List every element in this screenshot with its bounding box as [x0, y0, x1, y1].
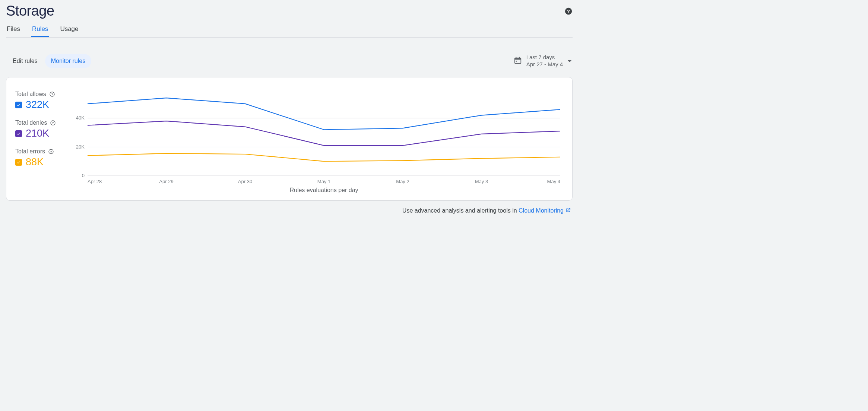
date-range-label: Last 7 days: [526, 54, 563, 61]
svg-text:?: ?: [51, 93, 53, 96]
svg-text:Apr 30: Apr 30: [238, 179, 252, 184]
svg-text:?: ?: [567, 8, 570, 14]
svg-rect-5: [519, 57, 520, 59]
legend-denies-label: Total denies: [15, 120, 47, 126]
legend-allows-label: Total allows: [15, 91, 46, 98]
help-icon[interactable]: ?: [50, 120, 56, 126]
subtab-edit-rules[interactable]: Edit rules: [7, 54, 44, 68]
legend-denies: Total denies ? 210K: [15, 120, 64, 139]
legend-errors-value: 88K: [26, 156, 44, 168]
svg-text:Apr 28: Apr 28: [88, 179, 102, 184]
help-icon[interactable]: ?: [48, 149, 54, 154]
svg-text:20K: 20K: [76, 144, 85, 150]
external-link-icon: [565, 207, 571, 215]
svg-text:Apr 29: Apr 29: [159, 179, 173, 184]
date-range-picker[interactable]: Last 7 days Apr 27 - May 4: [514, 54, 572, 68]
chart-card: Total allows ? 322K Total denies ?: [6, 77, 573, 201]
tab-rules[interactable]: Rules: [31, 22, 49, 37]
help-icon[interactable]: ?: [49, 91, 55, 97]
help-icon[interactable]: ?: [564, 7, 573, 15]
svg-text:Rules evaluations per day: Rules evaluations per day: [289, 187, 358, 193]
rules-evaluations-chart: 020K40KApr 28Apr 29Apr 30May 1May 2May 3…: [73, 86, 565, 194]
legend-denies-value: 210K: [26, 128, 49, 139]
cloud-monitoring-link[interactable]: Cloud Monitoring: [519, 207, 564, 214]
svg-text:0: 0: [82, 173, 85, 178]
tab-files[interactable]: Files: [6, 22, 21, 37]
svg-rect-4: [516, 57, 516, 59]
svg-text:May 1: May 1: [317, 179, 330, 184]
main-tabs: Files Rules Usage: [6, 22, 573, 38]
page-title: Storage: [6, 3, 54, 19]
footer-hint: Use advanced analysis and alerting tools…: [6, 201, 573, 215]
rules-subtabs: Edit rules Monitor rules: [7, 54, 91, 68]
chevron-down-icon: [567, 60, 572, 62]
legend-denies-checkbox[interactable]: [15, 130, 22, 137]
legend-allows-checkbox[interactable]: [15, 102, 22, 108]
svg-text:May 3: May 3: [475, 179, 488, 184]
date-range-detail: Apr 27 - May 4: [526, 61, 563, 68]
svg-text:May 2: May 2: [396, 179, 409, 184]
svg-rect-3: [514, 58, 521, 60]
legend-errors: Total errors ? 88K: [15, 148, 64, 168]
subtab-monitor-rules[interactable]: Monitor rules: [45, 54, 91, 68]
legend-errors-label: Total errors: [15, 148, 45, 155]
svg-text:May 4: May 4: [547, 179, 560, 184]
legend-allows-value: 322K: [26, 99, 49, 111]
chart-legend: Total allows ? 322K Total denies ?: [15, 86, 64, 194]
tab-usage[interactable]: Usage: [59, 22, 79, 37]
svg-rect-6: [516, 61, 517, 62]
svg-text:?: ?: [52, 121, 54, 125]
date-range-text: Last 7 days Apr 27 - May 4: [526, 54, 563, 68]
svg-text:40K: 40K: [76, 115, 85, 121]
legend-errors-checkbox[interactable]: [15, 159, 22, 166]
footer-prefix: Use advanced analysis and alerting tools…: [402, 207, 519, 214]
chart-area: 020K40KApr 28Apr 29Apr 30May 1May 2May 3…: [73, 86, 565, 194]
legend-allows: Total allows ? 322K: [15, 91, 64, 111]
svg-text:?: ?: [50, 150, 52, 153]
calendar-icon: [514, 56, 522, 66]
